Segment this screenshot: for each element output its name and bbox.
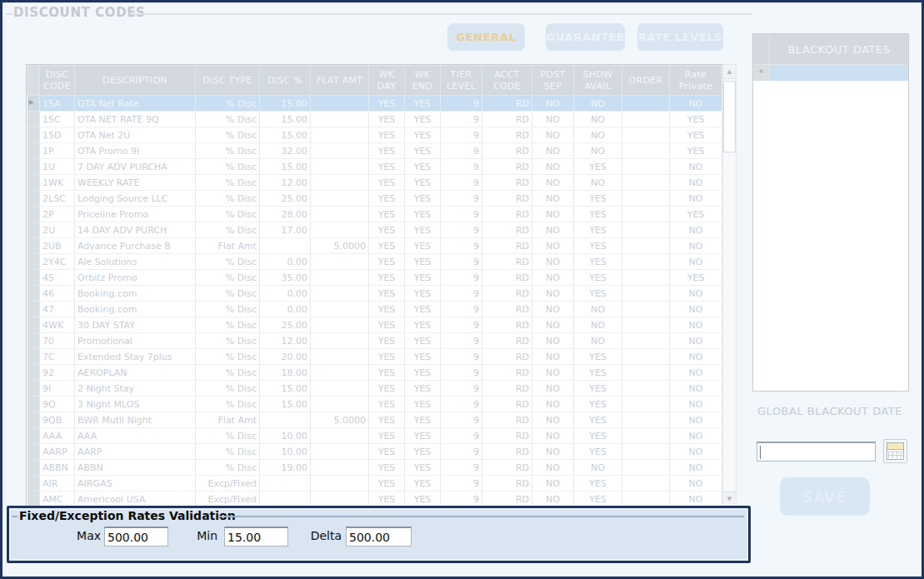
table-cell[interactable]: NO — [574, 127, 622, 143]
table-cell[interactable]: 70 — [40, 333, 75, 349]
table-cell[interactable]: 9 — [441, 222, 482, 238]
table-row[interactable]: 1U7 DAY ADV PURCHA% Disc15.00YESYES9RDNO… — [27, 159, 722, 175]
table-cell[interactable]: YES — [670, 127, 722, 143]
table-cell[interactable] — [622, 286, 670, 302]
table-cell[interactable]: 35.00 — [260, 270, 311, 286]
table-row[interactable]: 92AEROPLAN% Disc18.00YESYES9RDNOYESNO — [27, 365, 722, 381]
table-cell[interactable]: RD — [482, 476, 532, 492]
table-cell[interactable]: 1U — [40, 159, 75, 175]
table-cell[interactable] — [622, 96, 670, 112]
table-cell[interactable]: % Disc — [196, 270, 260, 286]
table-cell[interactable]: YES — [405, 428, 441, 444]
table-cell[interactable]: % Disc — [196, 254, 260, 270]
table-cell[interactable] — [311, 349, 369, 365]
table-cell[interactable] — [311, 143, 369, 159]
table-cell[interactable] — [311, 222, 369, 238]
column-header-wk-day[interactable]: WK DAY — [369, 66, 405, 96]
table-cell[interactable]: YES — [369, 286, 405, 302]
table-row[interactable]: 15COTA NET RATE 9Q% Disc15.00YESYES9RDNO… — [27, 112, 722, 127]
table-cell[interactable]: 9 — [441, 112, 482, 127]
table-cell[interactable] — [622, 492, 670, 507]
table-cell[interactable] — [622, 143, 670, 159]
table-cell[interactable]: % Disc — [196, 317, 260, 333]
table-cell[interactable]: 9 — [441, 238, 482, 254]
table-cell[interactable]: Booking.com — [75, 302, 196, 317]
table-row[interactable]: 46Booking.com% Disc0.00YESYES9RDNOYESNO — [27, 286, 722, 302]
table-cell[interactable] — [311, 112, 369, 127]
table-cell[interactable]: NO — [670, 397, 722, 412]
table-cell[interactable]: 9 — [441, 381, 482, 397]
table-cell[interactable]: % Disc — [196, 127, 260, 143]
table-cell[interactable]: 9 — [441, 349, 482, 365]
table-cell[interactable]: 9 — [441, 412, 482, 428]
table-row[interactable]: AMCAmericool USAExcp/FixedYESYES9RDNOYES… — [27, 492, 722, 507]
table-cell[interactable]: % Disc — [196, 444, 260, 460]
tab-rate-levels[interactable]: RATE LEVELS — [637, 23, 723, 51]
table-cell[interactable]: RD — [482, 317, 532, 333]
table-cell[interactable]: NO — [532, 317, 574, 333]
table-cell[interactable]: RD — [482, 222, 532, 238]
table-cell[interactable]: YES — [574, 159, 622, 175]
column-header-order[interactable]: ORDER — [622, 66, 670, 96]
table-cell[interactable]: NO — [532, 397, 574, 412]
table-cell[interactable]: 9 — [441, 270, 482, 286]
table-cell[interactable] — [311, 460, 369, 476]
table-cell[interactable]: 14 DAY ADV PURCH — [75, 222, 196, 238]
table-cell[interactable]: YES — [574, 492, 622, 507]
table-row[interactable]: 2PPriceline Promo% Disc28.00YESYES9RDNOY… — [27, 207, 722, 222]
table-cell[interactable] — [622, 397, 670, 412]
table-cell[interactable]: NO — [532, 381, 574, 397]
table-cell[interactable]: 12.00 — [260, 333, 311, 349]
table-cell[interactable]: 47 — [40, 302, 75, 317]
table-cell[interactable] — [622, 222, 670, 238]
table-cell[interactable] — [311, 96, 369, 112]
table-cell[interactable] — [311, 317, 369, 333]
table-cell[interactable]: NO — [532, 428, 574, 444]
table-cell[interactable] — [260, 238, 311, 254]
table-cell[interactable] — [622, 270, 670, 286]
table-cell[interactable]: 2UB — [40, 238, 75, 254]
row-selector[interactable]: ▶ — [27, 96, 40, 112]
table-cell[interactable]: WEEKLY RATE — [75, 175, 196, 191]
table-cell[interactable]: YES — [405, 222, 441, 238]
table-cell[interactable]: YES — [405, 444, 441, 460]
table-cell[interactable]: Promotional — [75, 333, 196, 349]
table-row[interactable]: 7CExtended Stay 7plus% Disc20.00YESYES9R… — [27, 349, 722, 365]
table-cell[interactable]: Excp/Fixed — [196, 476, 260, 492]
table-cell[interactable]: YES — [405, 270, 441, 286]
row-selector[interactable] — [27, 349, 40, 365]
table-cell[interactable]: 9 — [441, 302, 482, 317]
table-cell[interactable]: 15.00 — [260, 96, 311, 112]
table-cell[interactable]: 5.0000 — [311, 412, 369, 428]
table-cell[interactable]: RD — [482, 112, 532, 127]
table-cell[interactable]: 9 — [441, 333, 482, 349]
table-cell[interactable]: YES — [405, 460, 441, 476]
table-cell[interactable]: % Disc — [196, 112, 260, 127]
grid-vertical-scrollbar[interactable]: ▲ ▼ — [722, 64, 737, 507]
table-cell[interactable]: % Disc — [196, 191, 260, 207]
table-cell[interactable]: 0.00 — [260, 286, 311, 302]
table-cell[interactable]: YES — [369, 143, 405, 159]
table-cell[interactable]: 17.00 — [260, 222, 311, 238]
table-cell[interactable]: YES — [574, 191, 622, 207]
table-cell[interactable]: YES — [405, 302, 441, 317]
table-cell[interactable]: YES — [405, 159, 441, 175]
table-cell[interactable]: NO — [532, 143, 574, 159]
table-cell[interactable]: NO — [670, 476, 722, 492]
table-cell[interactable]: ABBN — [75, 460, 196, 476]
table-cell[interactable]: 9 — [441, 175, 482, 191]
table-cell[interactable]: 9Q — [40, 397, 75, 412]
table-cell[interactable] — [311, 302, 369, 317]
table-cell[interactable]: % Disc — [196, 286, 260, 302]
table-cell[interactable]: YES — [405, 476, 441, 492]
table-cell[interactable]: YES — [574, 412, 622, 428]
table-cell[interactable]: AMC — [40, 492, 75, 507]
table-cell[interactable]: RD — [482, 365, 532, 381]
table-cell[interactable]: YES — [369, 333, 405, 349]
table-cell[interactable]: % Disc — [196, 349, 260, 365]
scrollbar-thumb[interactable] — [723, 81, 736, 152]
table-cell[interactable]: YES — [574, 254, 622, 270]
table-cell[interactable]: Advance Purchase B — [75, 238, 196, 254]
table-cell[interactable]: 9 — [441, 492, 482, 507]
table-cell[interactable]: 2Y4C — [40, 254, 75, 270]
